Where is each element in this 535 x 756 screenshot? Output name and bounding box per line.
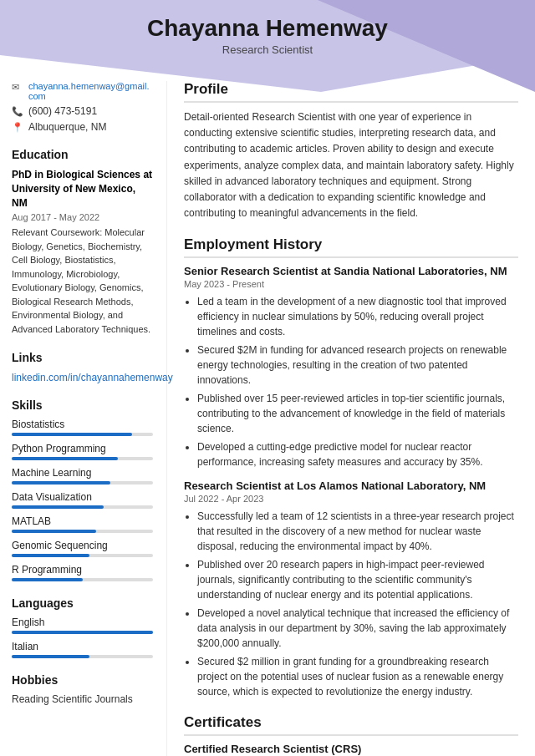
skill-name: Genomic Sequencing <box>12 540 153 551</box>
language-name: Italian <box>12 641 153 652</box>
education-section: Education PhD in Biological Sciences at … <box>12 148 153 336</box>
job-title: Senior Research Scientist at Sandia Nati… <box>184 265 518 277</box>
skill-name: Biostatistics <box>12 419 153 430</box>
job-bullet: Developed a cutting-edge predictive mode… <box>197 439 518 469</box>
left-column: ✉ chayanna.hemenway@gmail.com 📞 (600) 47… <box>0 81 167 756</box>
language-bar-fill <box>12 655 89 658</box>
job-bullet: Published over 15 peer-reviewed articles… <box>197 391 518 436</box>
email-item: ✉ chayanna.hemenway@gmail.com <box>12 81 153 101</box>
phone-icon: 📞 <box>12 106 23 117</box>
skill-bar-bg <box>12 530 153 533</box>
job-bullet: Published over 20 research papers in hig… <box>197 557 518 602</box>
edu-dates: Aug 2017 - May 2022 <box>12 212 153 222</box>
skill-item: Data Visualization <box>12 491 153 509</box>
skill-bar-bg <box>12 457 153 460</box>
certificates-heading: Certificates <box>184 714 518 736</box>
skill-item: MATLAB <box>12 515 153 533</box>
profile-text: Detail-oriented Research Scientist with … <box>184 109 518 221</box>
language-bar-fill <box>12 631 153 634</box>
location-item: 📍 Albuquerque, NM <box>12 121 153 133</box>
location-icon: 📍 <box>12 122 23 133</box>
certs-list: Certified Research Scientist (CRS) Dec 2… <box>184 743 518 756</box>
skill-name: R Programming <box>12 564 153 576</box>
linkedin-link[interactable]: linkedin.com/in/chayannahemenway <box>12 372 173 383</box>
email-icon: ✉ <box>12 82 23 93</box>
right-column: Profile Detail-oriented Research Scienti… <box>167 81 535 756</box>
contact-section: ✉ chayanna.hemenway@gmail.com 📞 (600) 47… <box>12 81 153 133</box>
links-section: Links linkedin.com/in/chayannahemenway <box>12 351 153 383</box>
job-item: Research Scientist at Los Alamos Nationa… <box>184 479 518 699</box>
cert-item: Certified Research Scientist (CRS) Dec 2… <box>184 743 518 756</box>
job-bullets-list: Led a team in the development of a new d… <box>184 294 518 469</box>
skill-bar-fill <box>12 578 83 581</box>
job-item: Senior Research Scientist at Sandia Nati… <box>184 265 518 469</box>
job-bullet: Successfully led a team of 12 scientists… <box>197 509 518 554</box>
employment-section: Employment History Senior Research Scien… <box>184 236 518 699</box>
cert-name: Certified Research Scientist (CRS) <box>184 743 518 755</box>
hobbies-section: Hobbies Reading Scientific Journals <box>12 673 153 705</box>
language-bar-bg <box>12 631 153 634</box>
languages-list: English Italian <box>12 616 153 658</box>
skill-bar-bg <box>12 433 153 436</box>
languages-section: Languages English Italian <box>12 596 153 658</box>
job-bullet: Secured $2 million in grant funding for … <box>197 654 518 699</box>
phone-item: 📞 (600) 473-5191 <box>12 105 153 117</box>
job-dates: May 2023 - Present <box>184 279 518 289</box>
profile-section: Profile Detail-oriented Research Scienti… <box>184 81 518 221</box>
job-bullets-list: Successfully led a team of 12 scientists… <box>184 509 518 699</box>
body-layout: ✉ chayanna.hemenway@gmail.com 📞 (600) 47… <box>0 81 535 756</box>
skill-bar-bg <box>12 505 153 509</box>
skill-bar-fill <box>12 530 96 533</box>
edu-degree: PhD in Biological Sciences at University… <box>12 168 153 210</box>
skills-heading: Skills <box>12 398 153 412</box>
phone-number: (600) 473-5191 <box>28 105 97 117</box>
skill-item: Machine Learning <box>12 467 153 485</box>
skill-bar-bg <box>12 578 153 581</box>
education-heading: Education <box>12 148 153 161</box>
header-section: Chayanna Hemenway Research Scientist <box>0 0 535 64</box>
skill-name: Machine Learning <box>12 467 153 479</box>
skill-name: Data Visualization <box>12 491 153 503</box>
skills-list: Biostatistics Python Programming Machine… <box>12 419 153 581</box>
skill-bar-bg <box>12 481 153 485</box>
skill-name: MATLAB <box>12 515 153 527</box>
skill-bar-bg <box>12 554 153 557</box>
skill-item: Genomic Sequencing <box>12 540 153 557</box>
skill-name: Python Programming <box>12 443 153 454</box>
edu-coursework: Relevant Coursework: Molecular Biology, … <box>12 226 153 336</box>
email-link[interactable]: chayanna.hemenway@gmail.com <box>28 81 153 101</box>
skills-section: Skills Biostatistics Python Programming … <box>12 398 153 581</box>
skill-item: R Programming <box>12 564 153 581</box>
skill-item: Biostatistics <box>12 419 153 436</box>
candidate-title: Research Scientist <box>0 43 535 56</box>
language-item: Italian <box>12 641 153 658</box>
resume-page: Chayanna Hemenway Research Scientist ✉ c… <box>0 0 535 756</box>
job-bullet: Developed a novel analytical technique t… <box>197 606 518 651</box>
skill-bar-fill <box>12 457 118 460</box>
certificates-section: Certificates Certified Research Scientis… <box>184 714 518 756</box>
hobbies-list: Reading Scientific Journals <box>12 693 153 705</box>
location-text: Albuquerque, NM <box>28 121 106 133</box>
links-heading: Links <box>12 351 153 364</box>
language-bar-bg <box>12 655 153 658</box>
skill-item: Python Programming <box>12 443 153 460</box>
job-bullet: Secured $2M in funding for advanced rese… <box>197 342 518 388</box>
job-bullet: Led a team in the development of a new d… <box>197 294 518 339</box>
skill-bar-fill <box>12 505 104 509</box>
skill-bar-fill <box>12 481 110 485</box>
hobby-item: Reading Scientific Journals <box>12 693 153 705</box>
language-item: English <box>12 616 153 634</box>
skill-bar-fill <box>12 554 89 557</box>
languages-heading: Languages <box>12 596 153 610</box>
job-dates: Jul 2022 - Apr 2023 <box>184 494 518 504</box>
employment-heading: Employment History <box>184 236 518 258</box>
job-title: Research Scientist at Los Alamos Nationa… <box>184 479 518 492</box>
language-name: English <box>12 616 153 628</box>
hobbies-heading: Hobbies <box>12 673 153 687</box>
skill-bar-fill <box>12 433 132 436</box>
jobs-list: Senior Research Scientist at Sandia Nati… <box>184 265 518 699</box>
candidate-name: Chayanna Hemenway <box>0 15 535 42</box>
